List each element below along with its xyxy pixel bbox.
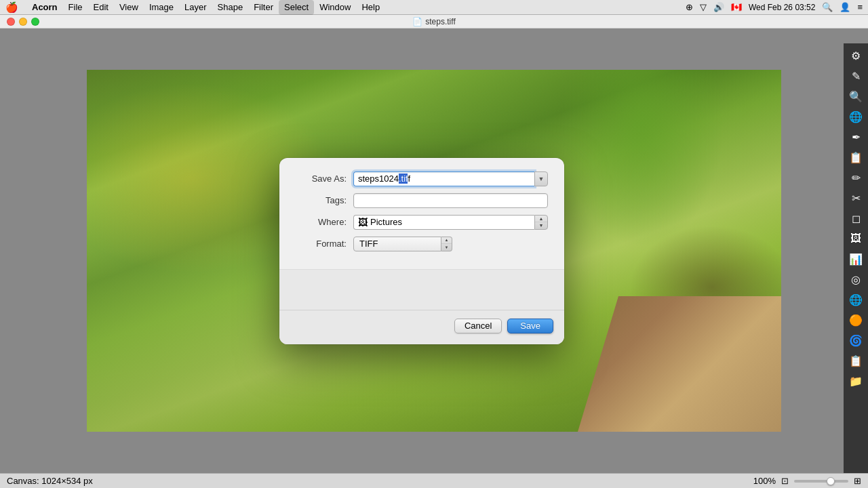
- dialog-form: Save As: ▼ Tags: Where: 🖼: [279, 158, 564, 269]
- where-select[interactable]: 🖼 Pictures: [353, 215, 534, 230]
- format-stepper[interactable]: ▲ ▼: [441, 237, 452, 251]
- volume-icon[interactable]: 🔊: [713, 2, 724, 12]
- dock-tool-1[interactable]: ⚙: [846, 46, 865, 65]
- dock-tool-17[interactable]: 📁: [846, 371, 865, 390]
- traffic-lights: [7, 18, 39, 26]
- file-type-icon: 📄: [412, 17, 422, 26]
- dock-tool-10[interactable]: 🖼: [846, 229, 865, 248]
- dock-tool-14[interactable]: 🟠: [846, 310, 865, 329]
- dialog-spacer: [279, 269, 564, 310]
- format-select[interactable]: TIFF: [353, 237, 441, 251]
- zoom-slider-thumb[interactable]: [827, 477, 835, 485]
- tags-input[interactable]: [353, 193, 548, 208]
- canvas-area[interactable]: ⚙ ✎ 🔍 🌐 ✒ 📋 ✏ ✂ ◻ 🖼 📊 ◎ 🌐 🟠 🌀 📋 📁 Save A…: [0, 28, 868, 473]
- zoom-slider[interactable]: [794, 480, 848, 483]
- dock-tool-3[interactable]: 🔍: [846, 87, 865, 106]
- format-stepper-down[interactable]: ▼: [441, 244, 452, 251]
- format-row: Format: TIFF ▲ ▼: [296, 237, 548, 251]
- save-as-dropdown-button[interactable]: ▼: [534, 171, 548, 186]
- dock-tool-5[interactable]: ✒: [846, 127, 865, 146]
- menu-acorn[interactable]: Acorn: [26, 0, 63, 15]
- dock-tool-13[interactable]: 🌐: [846, 290, 865, 309]
- menu-file[interactable]: File: [63, 0, 88, 15]
- notification-icon[interactable]: ≡: [857, 2, 863, 12]
- menu-shape[interactable]: Shape: [212, 0, 249, 15]
- dock-tool-11[interactable]: 📊: [846, 249, 865, 268]
- menubar-right: ⊕ ▽ 🔊 🇨🇦 Wed Feb 26 03:52 🔍 👤 ≡: [686, 2, 863, 12]
- format-label: Format:: [296, 239, 347, 249]
- menu-window[interactable]: Window: [314, 0, 356, 15]
- window-title: 📄 steps.tiff: [412, 17, 455, 26]
- dock-tool-2[interactable]: ✎: [846, 66, 865, 85]
- menu-view[interactable]: View: [114, 0, 144, 15]
- status-bar: Canvas: 1024×534 px 100% ⊡ ⊞: [0, 473, 868, 488]
- where-value: Pictures: [370, 217, 402, 227]
- tags-label: Tags:: [296, 195, 347, 205]
- menu-layer[interactable]: Layer: [179, 0, 212, 15]
- datetime: Wed Feb 26 03:52: [749, 3, 816, 12]
- dock-tool-9[interactable]: ◻: [846, 209, 865, 228]
- canvas-info: Canvas: 1024×534 px: [7, 476, 93, 486]
- flag-icon[interactable]: 🇨🇦: [731, 2, 742, 12]
- cancel-button[interactable]: Cancel: [454, 319, 502, 333]
- format-stepper-up[interactable]: ▲: [441, 237, 452, 245]
- save-as-input[interactable]: [353, 171, 534, 186]
- save-button[interactable]: Save: [507, 319, 553, 333]
- save-as-row: Save As: ▼: [296, 171, 548, 186]
- menu-help[interactable]: Help: [356, 0, 385, 15]
- user-avatar[interactable]: 👤: [840, 2, 850, 12]
- tags-row: Tags:: [296, 193, 548, 208]
- minimize-button[interactable]: [19, 18, 27, 26]
- zoom-fit-icon[interactable]: ⊡: [781, 476, 789, 486]
- save-dialog: Save As: ▼ Tags: Where: 🖼: [279, 158, 564, 344]
- zoom-expand-icon[interactable]: ⊞: [854, 476, 861, 486]
- dock-tool-6[interactable]: 📋: [846, 148, 865, 167]
- menu-select[interactable]: Select: [279, 0, 314, 15]
- dock-tool-4[interactable]: 🌐: [846, 107, 865, 126]
- maximize-button[interactable]: [31, 18, 39, 26]
- control-center-icon[interactable]: ⊕: [686, 2, 693, 12]
- menu-image[interactable]: Image: [144, 0, 179, 15]
- dialog-buttons: Cancel Save: [279, 310, 564, 344]
- dock-tool-8[interactable]: ✂: [846, 188, 865, 207]
- where-row: Where: 🖼 Pictures ▲ ▼: [296, 215, 548, 230]
- menubar: 🍎 Acorn File Edit View Image Layer Shape…: [0, 0, 868, 15]
- search-icon[interactable]: 🔍: [822, 2, 833, 12]
- save-as-label: Save As:: [296, 174, 347, 184]
- dock-tool-7[interactable]: ✏: [846, 168, 865, 187]
- dock-tool-15[interactable]: 🌀: [846, 331, 865, 350]
- close-button[interactable]: [7, 18, 15, 26]
- where-label: Where:: [296, 217, 347, 227]
- wifi-icon[interactable]: ▽: [700, 2, 707, 12]
- where-stepper-down[interactable]: ▼: [535, 222, 547, 229]
- zoom-level: 100%: [753, 476, 776, 486]
- format-value: TIFF: [359, 239, 378, 249]
- save-as-input-wrapper: ▼: [353, 171, 548, 186]
- right-dock: ⚙ ✎ 🔍 🌐 ✒ 📋 ✏ ✂ ◻ 🖼 📊 ◎ 🌐 🟠 🌀 📋 📁: [844, 43, 868, 473]
- status-bar-right: 100% ⊡ ⊞: [753, 476, 861, 486]
- dock-tool-12[interactable]: ◎: [846, 270, 865, 289]
- menu-filter[interactable]: Filter: [248, 0, 279, 15]
- where-stepper[interactable]: ▲ ▼: [534, 215, 548, 230]
- pictures-folder-icon: 🖼: [358, 217, 368, 228]
- where-stepper-up[interactable]: ▲: [535, 216, 547, 223]
- menu-edit[interactable]: Edit: [88, 0, 114, 15]
- window-titlebar: 📄 steps.tiff: [0, 15, 868, 28]
- dock-tool-16[interactable]: 📋: [846, 351, 865, 370]
- apple-menu[interactable]: 🍎: [5, 1, 18, 14]
